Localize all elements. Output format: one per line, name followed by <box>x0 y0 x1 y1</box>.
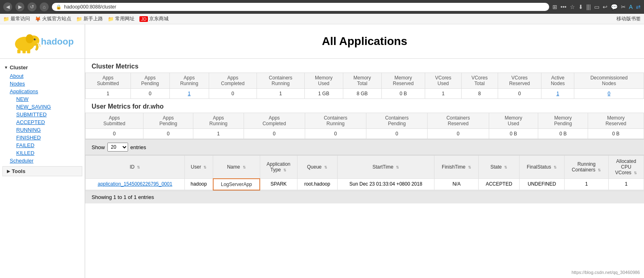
app-col-running-containers[interactable]: RunningContainers ⇅ <box>565 156 609 179</box>
id-sort-icon: ⇅ <box>137 165 140 169</box>
svg-rect-7 <box>27 49 30 53</box>
um-col-memory-reserved: MemoryReserved <box>588 113 644 129</box>
decommissioned-link[interactable]: 0 <box>608 91 610 96</box>
sidebar-state-killed[interactable]: KILLED <box>15 149 85 157</box>
library-icon[interactable]: ||| <box>586 4 591 10</box>
qr-icon[interactable]: ⊞ <box>552 4 557 10</box>
app-allocated-cpu-cell: 1 <box>608 179 644 190</box>
translate-icon[interactable]: A <box>629 4 633 10</box>
active-nodes-link[interactable]: 1 <box>556 91 559 96</box>
um-col-containers-running: ContainersRunning <box>305 113 366 129</box>
sidebar-item-scheduler[interactable]: Scheduler <box>8 157 85 165</box>
app-id-link[interactable]: application_1545006226795_0001 <box>98 181 172 187</box>
app-state-cell: ACCEPTED <box>479 179 519 190</box>
app-running-containers-cell: 1 <box>565 179 609 190</box>
val-vcores-total: 8 <box>461 89 498 99</box>
screenshot-icon[interactable]: ✂ <box>621 4 626 10</box>
col-memory-reserved: MemoryReserved <box>381 73 425 89</box>
firefox-icon: 🦊 <box>35 16 41 22</box>
sidebar-state-new[interactable]: NEW <box>15 95 85 103</box>
app-user-cell: hadoop <box>185 179 213 190</box>
sidebar-state-running[interactable]: RUNNING <box>15 126 85 134</box>
app-starttime-cell: Sun Dec 23 01:33:04 +0800 2018 <box>337 179 434 190</box>
cluster-label: Cluster <box>10 64 28 71</box>
um-col-apps-pending: AppsPending <box>143 113 193 129</box>
val-vcores-reserved: 0 <box>498 89 541 99</box>
val-apps-completed: 0 <box>209 89 257 99</box>
um-val-memory-used: 0 B <box>489 129 538 139</box>
val-active-nodes: 1 <box>541 89 574 99</box>
col-apps-submitted: AppsSubmitted <box>86 73 131 89</box>
bookmark-common[interactable]: 📁 常用网址 <box>108 15 135 22</box>
finalstatus-sort-icon: ⇅ <box>554 165 557 169</box>
apps-running-link[interactable]: 1 <box>188 91 190 96</box>
top-section: hadoop All Applications <box>0 24 644 59</box>
val-memory-total: 8 GB <box>343 89 381 99</box>
sidebar-state-submitted[interactable]: SUBMITTED <box>15 111 85 118</box>
sidebar-state-new-saving[interactable]: NEW_SAVING <box>15 103 85 111</box>
sidebar-toggle-icon[interactable]: ▭ <box>594 4 599 10</box>
bookmark-icon: 📁 <box>3 16 9 22</box>
sidebar-state-failed[interactable]: FAILED <box>15 141 85 149</box>
star-icon[interactable]: ☆ <box>570 4 575 10</box>
app-col-type[interactable]: ApplicationType ⇅ <box>260 156 297 179</box>
undo-icon[interactable]: ↩ <box>603 4 608 10</box>
um-col-containers-reserved: ContainersReserved <box>428 113 489 129</box>
col-active-nodes: ActiveNodes <box>541 73 574 89</box>
um-val-memory-reserved: 0 B <box>588 129 644 139</box>
app-col-allocated-cpu[interactable]: AllocatedCPUVCores ⇅ <box>608 156 644 179</box>
bookmark-firefox[interactable]: 🦊 火狐官方站点 <box>35 15 71 22</box>
bookmark-new[interactable]: 📁 新手上路 <box>76 15 103 22</box>
queue-sort-icon: ⇅ <box>324 165 327 169</box>
folder-icon: 📁 <box>76 16 82 22</box>
col-vcores-reserved: VCoresReserved <box>498 73 541 89</box>
app-name-value: LogServerApp <box>221 182 252 187</box>
sync-icon[interactable]: ⇄ <box>636 4 641 10</box>
um-col-apps-completed: AppsCompleted <box>244 113 305 129</box>
starttime-sort-icon: ⇅ <box>396 165 399 169</box>
svg-point-4 <box>34 39 35 40</box>
um-val-containers-pending: 0 <box>366 129 428 139</box>
app-col-finishtime[interactable]: FinishTime ⇅ <box>434 156 479 179</box>
val-decommissioned-nodes: 0 <box>574 89 644 99</box>
refresh-button[interactable]: ↺ <box>28 2 36 11</box>
app-col-queue[interactable]: Queue ⇅ <box>297 156 337 179</box>
sidebar-item-about[interactable]: About <box>8 72 85 80</box>
entries-select[interactable]: 10 20 25 50 100 <box>107 143 128 152</box>
col-apps-running: AppsRunning <box>169 73 209 89</box>
bookmark-mobile[interactable]: 移动版书签 <box>616 15 641 22</box>
state-sort-icon: ⇅ <box>504 165 507 169</box>
um-val-apps-pending: 0 <box>143 129 193 139</box>
app-col-starttime[interactable]: StartTime ⇅ <box>337 156 434 179</box>
forward-button[interactable]: ▶ <box>15 2 24 11</box>
back-button[interactable]: ◀ <box>3 2 12 11</box>
sidebar-tools[interactable]: ▶ Tools <box>2 166 82 176</box>
app-queue-value: root.hadoop <box>304 181 330 187</box>
folder2-icon: 📁 <box>108 16 114 22</box>
bookmark-most-visited[interactable]: 📁 最常访问 <box>3 15 30 22</box>
sidebar-cluster-header[interactable]: ▼ Cluster <box>0 63 85 72</box>
cluster-metrics-title: Cluster Metrics <box>85 59 644 73</box>
um-col-apps-submitted: AppsSubmitted <box>86 113 143 129</box>
app-col-state[interactable]: State ⇅ <box>479 156 519 179</box>
sidebar-state-finished[interactable]: FINISHED <box>15 134 85 141</box>
chat-icon[interactable]: 💬 <box>611 4 618 10</box>
url-bar[interactable]: 🔒 hadoop000:8088/cluster <box>52 3 549 11</box>
app-col-user[interactable]: User ⇅ <box>185 156 213 179</box>
app-allocated-cpu-value: 1 <box>625 181 628 187</box>
showing-text: Showing 1 to 1 of 1 entries <box>85 190 644 203</box>
bookmarks-bar: 📁 最常访问 🦊 火狐官方站点 📁 新手上路 📁 常用网址 JD 京东商城 移动… <box>0 14 644 24</box>
app-id-cell: application_1545006226795_0001 <box>86 179 185 190</box>
page-title: All Applications <box>322 35 407 48</box>
app-col-name[interactable]: Name ⇅ <box>213 156 260 179</box>
app-col-id[interactable]: ID ⇅ <box>86 156 185 179</box>
sidebar-item-nodes[interactable]: Nodes <box>8 80 85 88</box>
sidebar-item-applications[interactable]: Applications <box>8 88 85 95</box>
download-icon[interactable]: ⬇ <box>578 4 583 10</box>
more-icon[interactable]: ••• <box>561 4 567 10</box>
sidebar-state-accepted[interactable]: ACCEPTED <box>15 118 85 126</box>
app-col-finalstatus[interactable]: FinalStatus ⇅ <box>519 156 564 179</box>
home-button[interactable]: ⌂ <box>40 2 49 11</box>
app-user-value: hadoop <box>190 181 207 187</box>
bookmark-jd[interactable]: JD 京东商城 <box>139 15 169 22</box>
